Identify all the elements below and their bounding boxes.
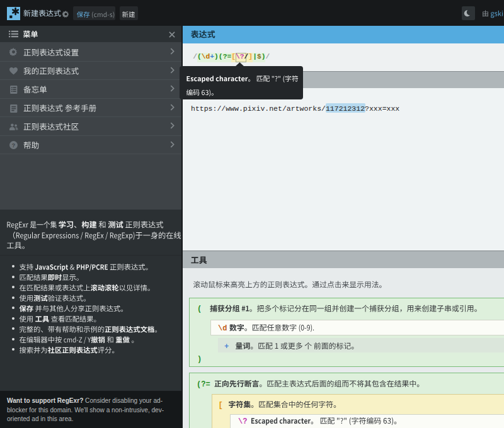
svg-text:?: ?: [12, 142, 15, 149]
